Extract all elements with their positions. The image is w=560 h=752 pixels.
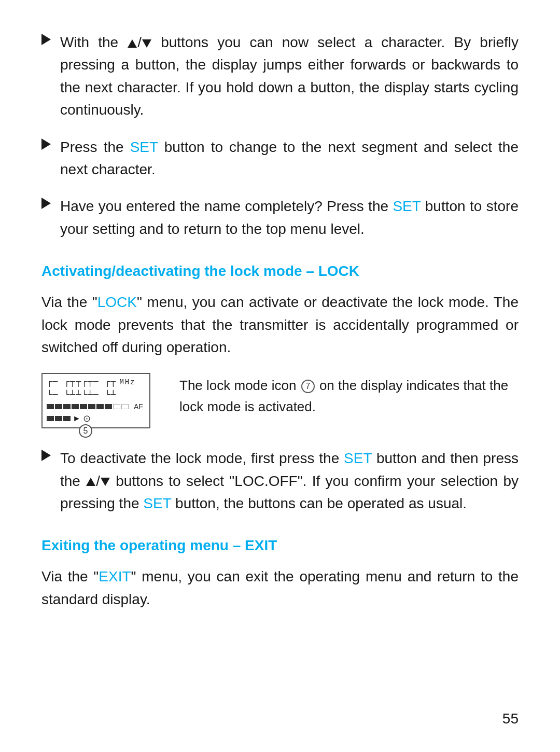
set-keyword-2: SET xyxy=(393,198,421,214)
lcd-display-block: ┌─ ┌┬┬┌┬─ ┌┬ MHz └─ └┴┴└┴─ └┴ xyxy=(41,373,519,428)
bar-seg-6 xyxy=(88,404,95,409)
lcd-mhz-label: MHz xyxy=(119,378,135,386)
bar-seg-10 xyxy=(121,404,129,409)
lcd-signal-bar-row: AF xyxy=(47,402,145,411)
content-area: With the / buttons you can now select a … xyxy=(41,31,519,610)
callout-circle-7-inline: 7 xyxy=(301,380,315,393)
bar-seg-8 xyxy=(105,404,112,409)
bullet-text-lock: To deactivate the lock mode, first press… xyxy=(60,447,519,514)
tri-down-icon-2 xyxy=(101,478,110,486)
set-keyword-3: SET xyxy=(344,450,372,466)
triangle-down-icon xyxy=(142,39,151,48)
small-bar-2 xyxy=(55,416,62,421)
bar-seg-4 xyxy=(72,404,79,409)
bar-seg-3 xyxy=(63,404,71,409)
bar-seg-9 xyxy=(113,404,120,409)
lock-section-heading: Activating/deactivating the lock mode – … xyxy=(41,263,519,280)
callout-circle-5: 5 xyxy=(79,424,92,438)
exit-section-heading: Exiting the operating menu – EXIT xyxy=(41,537,519,554)
lock-keyword-1: LOCK xyxy=(97,294,137,310)
small-bar-1 xyxy=(47,416,54,421)
lcd-right-arrow-icon: ► xyxy=(73,414,81,423)
bullet-arrow-icon xyxy=(41,34,51,45)
bullet-arrow-icon-2 xyxy=(41,138,51,150)
exit-keyword-1: EXIT xyxy=(99,568,131,584)
triangle-up-icon xyxy=(128,39,137,48)
lcd-af-label: AF xyxy=(134,402,143,411)
bullet-item-1: With the / buttons you can now select a … xyxy=(41,31,519,121)
bar-seg-2 xyxy=(55,404,62,409)
lcd-full-bars xyxy=(47,404,129,409)
set-keyword-4: SET xyxy=(143,495,171,511)
bullet-item-lock-deactivate: To deactivate the lock mode, first press… xyxy=(41,447,519,514)
tri-up-icon-2 xyxy=(86,478,95,486)
bullet-text-2: Press the SET button to change to the ne… xyxy=(60,136,519,181)
set-keyword-1: SET xyxy=(130,139,158,155)
lcd-freq-row2: └─ └┴┴└┴─ └┴ xyxy=(47,390,145,400)
lock-intro-para: Via the "LOCK" menu, you can activate or… xyxy=(41,291,519,358)
lcd-display-image: ┌─ ┌┬┬┌┬─ ┌┬ MHz └─ └┴┴└┴─ └┴ xyxy=(41,373,150,428)
bullet-item-2: Press the SET button to change to the ne… xyxy=(41,136,519,181)
bullet-text-3: Have you entered the name completely? Pr… xyxy=(60,195,519,240)
bullet-text-1: With the / buttons you can now select a … xyxy=(60,31,519,121)
bar-seg-7 xyxy=(96,404,104,409)
bullet-item-3: Have you entered the name completely? Pr… xyxy=(41,195,519,240)
page-number: 55 xyxy=(502,711,519,727)
bullet-arrow-icon-3 xyxy=(41,198,51,209)
bar-seg-5 xyxy=(80,404,87,409)
lcd-lock-icon: ⊙ xyxy=(83,413,91,424)
lcd-small-bars xyxy=(47,416,71,421)
bullet-arrow-icon-4 xyxy=(41,450,51,461)
lcd-bottom-row: ► ⊙ xyxy=(47,413,145,424)
page-container: With the / buttons you can now select a … xyxy=(0,0,560,752)
small-bar-3 xyxy=(63,416,71,421)
lcd-caption: The lock mode icon 7 on the display indi… xyxy=(179,373,519,417)
exit-intro-para: Via the "EXIT" menu, you can exit the op… xyxy=(41,565,519,610)
bar-seg-1 xyxy=(47,404,54,409)
lcd-frequency-row: ┌─ ┌┬┬┌┬─ ┌┬ MHz xyxy=(47,377,145,387)
